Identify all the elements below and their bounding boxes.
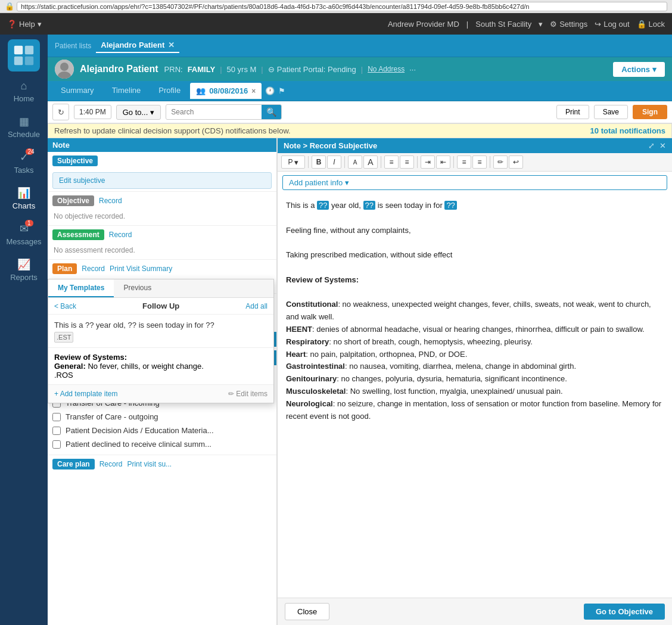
indent-button[interactable]: ⇥ bbox=[421, 156, 435, 169]
portal-status: ⊖ Patient Portal: Pending bbox=[268, 65, 356, 74]
quality-checkbox-5[interactable] bbox=[52, 440, 61, 449]
sidebar-item-charts[interactable]: 📊 Charts bbox=[0, 181, 48, 216]
quality-checkbox-4[interactable] bbox=[52, 427, 61, 435]
toolbar-separator bbox=[490, 156, 490, 168]
minimize-icon[interactable]: ⤢ bbox=[648, 141, 655, 150]
note-header: Note bbox=[48, 138, 276, 152]
subjective-badge: Subjective bbox=[52, 156, 98, 166]
plan-print-link[interactable]: Print Visit Summary bbox=[110, 265, 172, 273]
close-patient-tab-icon[interactable]: ✕ bbox=[168, 41, 175, 49]
patient-meta: PRN: FAMILY | 50 yrs M | ⊖ Patient Porta… bbox=[164, 65, 416, 74]
toolbar-separator bbox=[308, 156, 309, 168]
go-to-objective-button[interactable]: Go to Objective bbox=[584, 604, 665, 620]
font-size-decrease-button[interactable]: A bbox=[348, 156, 362, 169]
tab-my-templates[interactable]: My Templates bbox=[48, 279, 114, 297]
template-ros-section: Review of Systems: General: No fever, ch… bbox=[48, 347, 273, 384]
add-all-button[interactable]: Add all bbox=[245, 302, 267, 310]
logo[interactable] bbox=[8, 39, 40, 71]
actions-button[interactable]: Actions ▾ bbox=[613, 62, 665, 77]
gear-icon: ⚙ bbox=[550, 20, 557, 29]
objective-record-link[interactable]: Record bbox=[99, 197, 122, 205]
charts-icon: 📊 bbox=[17, 186, 30, 200]
svg-rect-2 bbox=[14, 57, 23, 65]
search-box: 🔍 bbox=[166, 104, 282, 120]
sidebar-item-home[interactable]: ⌂ Home bbox=[0, 74, 48, 109]
paragraph-style-button[interactable]: P▾ bbox=[281, 156, 305, 169]
plan-badge: Plan bbox=[52, 263, 77, 274]
messages-badge: 1 bbox=[25, 220, 33, 226]
tab-summary[interactable]: Summary bbox=[52, 81, 102, 101]
close-encounter-tab-icon[interactable]: × bbox=[251, 87, 256, 95]
care-plan-record-link[interactable]: Record bbox=[99, 460, 123, 468]
padlock-icon: 🔒 bbox=[637, 20, 646, 29]
more-options-icon[interactable]: ··· bbox=[409, 65, 416, 74]
print-button[interactable]: Print bbox=[556, 105, 589, 119]
numbered-list-button[interactable]: ≡ bbox=[400, 156, 414, 169]
svg-point-5 bbox=[60, 63, 69, 71]
assessment-record-link[interactable]: Record bbox=[109, 231, 132, 239]
no-address-link[interactable]: No Address bbox=[368, 65, 405, 73]
provider-name[interactable]: Andrew Provider MD bbox=[388, 20, 459, 29]
note-panel: Note Subjective Edit subjective Objectiv… bbox=[48, 138, 277, 625]
user-group-icon: 👥 bbox=[196, 86, 206, 95]
italic-button[interactable]: I bbox=[327, 156, 341, 169]
edit-button[interactable]: ✏ bbox=[493, 156, 508, 169]
lock-link[interactable]: 🔒 Lock bbox=[637, 20, 665, 29]
sidebar-item-tasks[interactable]: ✓ 24 Tasks bbox=[0, 145, 48, 181]
go-to-button[interactable]: Go to... ▾ bbox=[116, 105, 161, 120]
edit-items-button[interactable]: ✏ Edit items bbox=[228, 390, 267, 398]
logout-link[interactable]: ↪ Log out bbox=[595, 20, 629, 29]
align-right-button[interactable]: ≡ bbox=[472, 156, 487, 169]
minus-circle-icon: ⊖ bbox=[268, 65, 275, 74]
care-plan-print-link[interactable]: Print visit su... bbox=[127, 460, 172, 468]
flag-icon[interactable]: ⚑ bbox=[278, 86, 285, 95]
chevron-down-icon: ▾ bbox=[150, 108, 154, 117]
sidebar-item-schedule[interactable]: ▦ Schedule bbox=[0, 109, 48, 145]
sidebar-item-messages[interactable]: ✉ 1 Messages bbox=[0, 216, 48, 252]
quality-item-4: Patient Decision Aids / Education Materi… bbox=[52, 424, 272, 437]
bullet-list-button[interactable]: ≡ bbox=[384, 156, 399, 169]
close-panel-icon[interactable]: ✕ bbox=[659, 141, 666, 150]
bold-button[interactable]: B bbox=[312, 156, 326, 169]
font-size-increase-button[interactable]: A bbox=[363, 156, 378, 169]
nav-help[interactable]: ❓ Help ▾ bbox=[7, 20, 42, 29]
undo-button[interactable]: ↩ bbox=[509, 156, 523, 169]
facility-name[interactable]: South St Facility bbox=[475, 20, 531, 29]
settings-link[interactable]: ⚙ Settings bbox=[550, 20, 587, 29]
add-template-item-button[interactable]: + Add template item bbox=[54, 390, 117, 398]
tab-encounter[interactable]: 👥 08/08/2016 × bbox=[190, 83, 262, 99]
patient-avatar bbox=[55, 60, 74, 79]
clock-icon[interactable]: 🕐 bbox=[265, 86, 275, 95]
logo-icon bbox=[13, 45, 35, 66]
template-popup: My Templates Previous < Back Follow Up A… bbox=[48, 279, 274, 403]
tab-previous[interactable]: Previous bbox=[114, 279, 161, 297]
template-content: This is a ?? year old, ?? is seen today … bbox=[48, 315, 273, 347]
toolbar-separator bbox=[453, 156, 454, 168]
patient-lists-link[interactable]: Patient lists bbox=[55, 42, 91, 50]
notification-text: Refresh to update clinical decision supp… bbox=[54, 126, 291, 135]
home-icon: ⌂ bbox=[21, 80, 27, 92]
add-patient-info-button[interactable]: Add patient info ▾ bbox=[282, 175, 667, 190]
url-bar[interactable]: https://static.practicefusion.com/apps/e… bbox=[17, 2, 667, 11]
chevron-down-icon: ▾ bbox=[345, 178, 349, 187]
care-plan-section: Care plan Record Print visit su... bbox=[48, 455, 276, 473]
tab-profile[interactable]: Profile bbox=[150, 81, 189, 101]
refresh-button[interactable]: ↻ bbox=[52, 104, 69, 120]
save-button[interactable]: Save bbox=[594, 105, 628, 119]
template-footer: + Add template item ✏ Edit items bbox=[48, 384, 273, 403]
edit-subjective-button[interactable]: Edit subjective bbox=[52, 172, 272, 189]
template-back-link[interactable]: < Back bbox=[54, 302, 76, 310]
search-button[interactable]: 🔍 bbox=[262, 105, 281, 119]
record-respiratory: Respiratory: no short of breath, cough, … bbox=[286, 336, 664, 349]
sidebar-item-reports[interactable]: 📈 Reports bbox=[0, 252, 48, 288]
sign-button[interactable]: Sign bbox=[633, 105, 667, 119]
patient-tab[interactable]: Alejandro Patient ✕ bbox=[96, 38, 179, 53]
search-input[interactable] bbox=[166, 105, 262, 119]
close-button[interactable]: Close bbox=[285, 603, 329, 620]
align-left-button[interactable]: ≡ bbox=[457, 156, 471, 169]
plan-record-link[interactable]: Record bbox=[82, 265, 105, 273]
tab-timeline[interactable]: Timeline bbox=[104, 81, 150, 101]
outdent-button[interactable]: ⇤ bbox=[436, 156, 450, 169]
assessment-section-header: Assessment Record bbox=[48, 226, 276, 244]
quality-checkbox-3[interactable] bbox=[52, 413, 61, 421]
